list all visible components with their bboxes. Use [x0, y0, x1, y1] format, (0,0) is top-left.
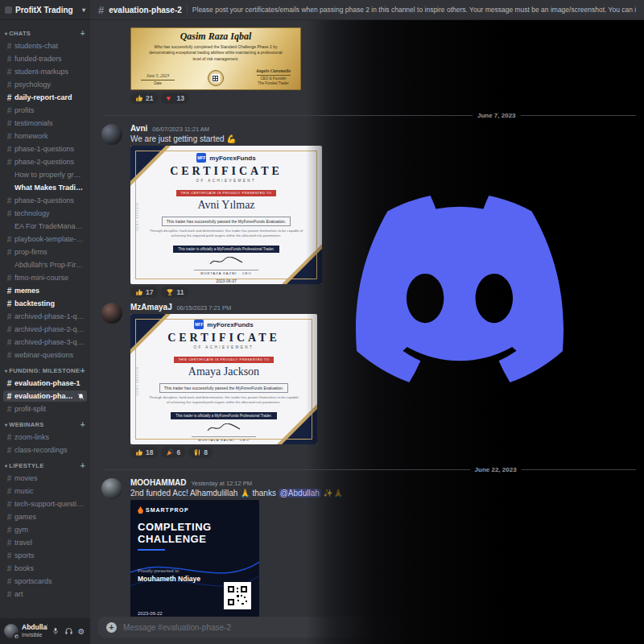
sidebar-item-evaluation-phase-2[interactable]: #evaluation-phas...: [3, 390, 87, 402]
reaction-thumbs-up[interactable]: 18: [130, 447, 158, 458]
reaction-thumbs-up[interactable]: 21: [130, 93, 158, 104]
sidebar-item-travel[interactable]: #travel: [3, 537, 87, 548]
add-channel-icon[interactable]: +: [80, 30, 85, 38]
server-badge-icon: [5, 6, 12, 14]
sidebar-item-psychology[interactable]: #psychology: [3, 79, 87, 90]
user-meta[interactable]: Abdullah Invisible: [22, 624, 47, 638]
gear-icon[interactable]: ⚙: [76, 627, 86, 636]
message-timestamp: 06/15/2023 7:21 PM: [177, 304, 232, 312]
sidebar-item-technology[interactable]: #technology: [3, 208, 87, 219]
hash-icon: #: [6, 351, 13, 360]
sidebar-thread-how-to-grade[interactable]: #How to properly grade s...: [3, 169, 87, 180]
message: MzAmayaJ 06/15/2023 7:21 PM MFFmyForexFu…: [95, 303, 644, 458]
sidebar-item-daily-report-card[interactable]: #daily-report-card: [3, 92, 87, 103]
message-author[interactable]: MzAmayaJ: [130, 303, 172, 312]
sidebar-item-phase-2-questions[interactable]: #phase-2-questions: [3, 156, 87, 167]
hash-icon: #: [6, 564, 13, 573]
avatar[interactable]: [4, 624, 19, 638]
sidebar-item-profits[interactable]: #profits: [3, 105, 87, 116]
sidebar-item-sports[interactable]: #sports: [3, 550, 87, 561]
attachment-certificate-mff[interactable]: MFFmyForexFunds CERTIFICATE OF ACHIEVEME…: [130, 146, 322, 284]
sidebar-item-memes[interactable]: #memes: [3, 285, 87, 296]
sidebar-item-ftmo-mini-course[interactable]: #ftmo-mini-course: [3, 272, 87, 283]
attachment-certificate-mff[interactable]: MFFmyForexFunds CERTIFICATE OF ACHIEVEME…: [130, 314, 317, 444]
sidebar-item-student-markups[interactable]: #student-markups: [3, 66, 87, 77]
hash-icon: #: [6, 145, 13, 154]
bell-slash-icon[interactable]: [77, 393, 85, 400]
avatar[interactable]: [101, 303, 122, 324]
server-header[interactable]: ProfitX Trading ▾: [0, 0, 90, 20]
sidebar-item-class-recordings[interactable]: #class-recordings: [3, 444, 87, 456]
avatar[interactable]: [101, 124, 122, 145]
sidebar-thread-abdullahs-prop-firm-picks[interactable]: #Abdullah's Prop-Firm Pic...: [3, 259, 87, 270]
sidebar-item-funded-traders[interactable]: #funded-traders: [3, 53, 87, 64]
certificate-seal: [208, 70, 224, 86]
message-author[interactable]: MOOHAMMAD: [130, 478, 186, 487]
microphone-icon[interactable]: [51, 626, 60, 636]
add-channel-icon[interactable]: +: [80, 462, 85, 470]
hash-icon: #: [6, 106, 13, 115]
sidebar-item-prop-firms[interactable]: #prop-firms: [3, 246, 87, 258]
channel-list[interactable]: ▾ CHATS + #students-chat #funded-traders…: [0, 20, 90, 618]
attachment-certificate-smartprop[interactable]: SMARTPROP COMPLETINGCHALLENGE Proudly pr…: [130, 500, 259, 621]
hash-icon: #: [98, 4, 104, 16]
reaction-party[interactable]: 6: [161, 447, 185, 458]
attachment-certificate-gold[interactable]: Qasim Raza Iqbal Who has successfully co…: [130, 27, 301, 90]
sidebar-item-books[interactable]: #books: [3, 563, 87, 574]
message-input[interactable]: + Message #evaluation-phase-2: [98, 617, 636, 638]
category-lifestyle[interactable]: ▾ LIFESTYLE +: [5, 460, 85, 471]
sidebar-item-sportscards[interactable]: #sportscards: [3, 576, 87, 587]
hash-icon: #: [6, 539, 13, 547]
hash-icon: #: [6, 487, 13, 496]
sidebar-item-art[interactable]: #art: [3, 588, 87, 600]
avatar[interactable]: [101, 478, 122, 499]
sidebar-thread-ea-trademanagement[interactable]: #EA For TradeManagemen...: [3, 221, 87, 232]
user-mention[interactable]: @Abdullah: [279, 489, 321, 497]
qr-code: [224, 582, 251, 609]
sidebar-item-movies[interactable]: #movies: [3, 473, 87, 484]
add-channel-icon[interactable]: +: [80, 421, 85, 429]
reaction-raised-hands[interactable]: 8: [188, 447, 213, 458]
sidebar-item-homework[interactable]: #homework: [3, 130, 87, 142]
reaction-heart[interactable]: ♥ 13: [161, 93, 188, 104]
channel-topic[interactable]: Please post your certificates/emails whe…: [192, 6, 636, 14]
sidebar-item-evaluation-phase-1[interactable]: #evaluation-phase-1: [3, 378, 87, 389]
sidebar-item-profit-split[interactable]: #profit-split: [3, 403, 87, 415]
category-chats[interactable]: ▾ CHATS +: [5, 28, 85, 39]
sidebar-item-webinar-questions[interactable]: #webinar-questions: [3, 349, 87, 361]
message-list[interactable]: Qasim Raza Iqbal Who has successfully co…: [90, 20, 644, 644]
message-author[interactable]: Avni: [130, 124, 147, 133]
sidebar-item-testimonials[interactable]: #testimonials: [3, 118, 87, 129]
reaction-thumbs-up[interactable]: 17: [130, 287, 158, 298]
sidebar-item-students-chat[interactable]: #students-chat: [3, 40, 87, 52]
sidebar-item-phase-1-questions[interactable]: #phase-1-questions: [3, 143, 87, 155]
sidebar-item-tech-support-questions[interactable]: #tech-support-questions: [3, 498, 87, 510]
certificate-title: COMPLETINGCHALLENGE: [138, 522, 252, 546]
hash-icon: #: [6, 405, 13, 414]
mff-logo: MFF: [196, 153, 206, 163]
sidebar-item-archived-phase-3[interactable]: #archived-phase-3-qu...: [3, 336, 87, 348]
sidebar-item-gym[interactable]: #gym: [3, 524, 87, 535]
sidebar-item-games[interactable]: #games: [3, 511, 87, 522]
headphones-icon[interactable]: [64, 626, 73, 636]
attach-plus-icon[interactable]: +: [106, 622, 117, 633]
add-channel-icon[interactable]: +: [80, 367, 85, 375]
sidebar-item-archived-phase-2[interactable]: #archived-phase-2-que...: [3, 324, 87, 335]
hash-icon: #: [6, 68, 13, 76]
message: Avni 06/07/2023 11:21 AM We are just get…: [95, 124, 644, 298]
sidebar-thread-what-makes-trading-hard[interactable]: #What Makes Trading Hard?: [3, 182, 87, 193]
sidebar-item-phase-3-questions[interactable]: #phase-3-questions: [3, 195, 87, 206]
reactions: 21 ♥ 13: [130, 93, 638, 104]
user-panel: Abdullah Invisible ⚙: [0, 618, 90, 644]
main-area: # evaluation-phase-2 Please post your ce…: [90, 0, 644, 644]
sidebar-item-music[interactable]: #music: [3, 485, 87, 497]
sidebar-item-zoom-links[interactable]: #zoom-links: [3, 431, 87, 443]
sidebar-item-backtesting[interactable]: #backtesting: [3, 298, 87, 309]
sidebar-item-playbook-template[interactable]: #playbook-template-su...: [3, 233, 87, 245]
mff-logo: MFF: [194, 320, 204, 329]
sidebar-item-archived-phase-1[interactable]: #archived-phase-1-que...: [3, 311, 87, 322]
category-funding-milestones[interactable]: ▾ FUNDING: MILESTONES +: [5, 365, 85, 376]
message-timestamp: 06/07/2023 11:21 AM: [152, 126, 209, 133]
category-webinars[interactable]: ▾ WEBINARS +: [5, 419, 85, 430]
reaction-trophy[interactable]: 11: [161, 287, 188, 298]
